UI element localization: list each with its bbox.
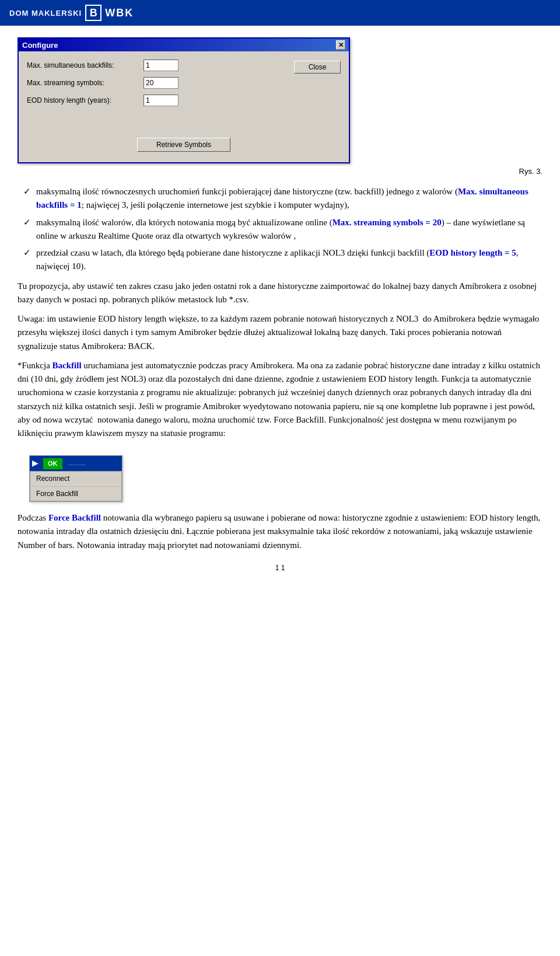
text-section: maksymalną ilość równoczesnych uruchomie… (18, 185, 542, 552)
logo-b-icon: B (85, 5, 102, 21)
close-button[interactable]: Close (294, 61, 341, 74)
bullet1-highlight: Max. simultaneous backfills = 1 (36, 187, 528, 210)
form-row-2: Max. streaming symbols: (27, 77, 294, 89)
field-label-2: Max. streaming symbols: (27, 79, 144, 87)
form-rows: Max. simultaneous backfills: Max. stream… (27, 60, 294, 112)
context-menu-top-bar: ▶ OK ............ (30, 456, 122, 471)
dialog-title: Configure (22, 41, 58, 50)
backfill-label: Backfill (52, 361, 82, 370)
bullet-item-1: maksymalną ilość równoczesnych uruchomie… (23, 185, 542, 212)
context-menu-force-backfill[interactable]: Force Backfill (30, 487, 121, 501)
bullet3-text: przedział czasu w latach, dla którego bę… (36, 248, 519, 271)
retrieve-button-row: Retrieve Symbols (27, 138, 341, 152)
dialog-title-bar: Configure ✕ (19, 39, 349, 51)
close-button-area: Close (294, 60, 341, 74)
para-2: Uwaga: im ustawienie EOD history length … (18, 312, 542, 353)
bullet2-text: maksymalną ilość walorów, dla których no… (36, 218, 525, 240)
spacer (27, 112, 341, 135)
para-4: Podczas Force Backfill notowania dla wyb… (18, 511, 542, 552)
configure-dialog: Configure ✕ Max. simultaneous backfills:… (18, 37, 350, 163)
field-input-2[interactable] (144, 77, 178, 89)
field-input-3[interactable] (144, 95, 178, 106)
dialog-wrapper: Configure ✕ Max. simultaneous backfills:… (18, 37, 542, 176)
context-menu: ▶ OK ............ Reconnect Force Backfi… (29, 455, 123, 502)
figure-label: Rys. 3. (18, 167, 542, 176)
context-menu-reconnect[interactable]: Reconnect (30, 472, 121, 487)
page-number: 1 1 (18, 564, 542, 572)
logo-wbk: WBK (105, 7, 134, 19)
form-area: Max. simultaneous backfills: Max. stream… (27, 60, 341, 112)
field-label-1: Max. simultaneous backfills: (27, 61, 144, 69)
dialog-close-x-button[interactable]: ✕ (336, 40, 345, 50)
force-backfill-label: Force Backfill (48, 513, 101, 522)
bullet1-text: maksymalną ilość równoczesnych uruchomie… (36, 187, 528, 210)
field-label-3: EOD history length (years): (27, 96, 144, 104)
dots-indicator: ............ (68, 459, 86, 468)
header: DOM MAKLERSKI B WBK (0, 0, 560, 26)
logo: DOM MAKLERSKI B WBK (9, 5, 134, 21)
bullet2-highlight: Max. streaming symbols = 20 (332, 218, 442, 227)
retrieve-symbols-button[interactable]: Retrieve Symbols (137, 138, 230, 152)
para-1: Tu propozycja, aby ustawić ten zakres cz… (18, 280, 542, 307)
page-content: Configure ✕ Max. simultaneous backfills:… (0, 26, 560, 589)
bullet3-highlight: EOD history length = 5 (429, 248, 516, 257)
context-menu-items: Reconnect Force Backfill (30, 471, 122, 501)
logo-dom-maklerski: DOM MAKLERSKI (9, 9, 82, 18)
context-menu-image: ▶ OK ............ Reconnect Force Backfi… (29, 455, 123, 502)
ok-badge: OK (43, 458, 62, 469)
field-input-1[interactable] (144, 60, 178, 71)
left-arrow-icon: ▶ (32, 457, 38, 470)
form-row-3: EOD history length (years): (27, 95, 294, 106)
dialog-body: Max. simultaneous backfills: Max. stream… (19, 51, 349, 162)
bullet-item-2: maksymalną ilość walorów, dla których no… (23, 216, 542, 243)
form-row-1: Max. simultaneous backfills: (27, 60, 294, 71)
para-3: *Funkcja Backfill uruchamiana jest autom… (18, 359, 542, 441)
bullet-item-3: przedział czasu w latach, dla którego bę… (23, 246, 542, 274)
bullet-list: maksymalną ilość równoczesnych uruchomie… (18, 185, 542, 274)
